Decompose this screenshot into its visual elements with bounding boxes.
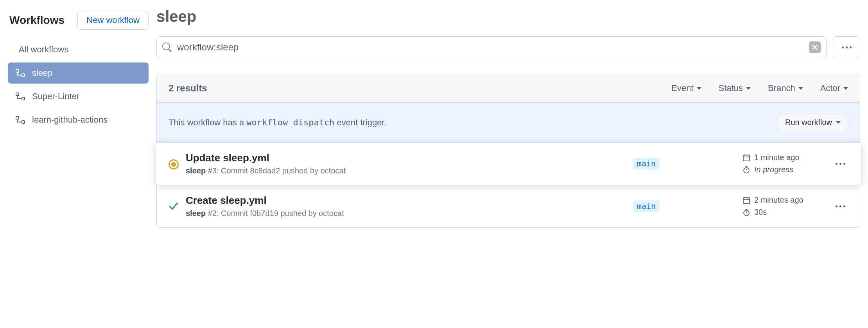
- run-info: Update sleep.yml sleep #3: Commit 8c8dad…: [186, 152, 633, 175]
- status-running-icon: [169, 159, 179, 169]
- clear-search-button[interactable]: [809, 41, 821, 53]
- page-title: sleep: [156, 8, 860, 25]
- sidebar-item-label: sleep: [32, 68, 53, 78]
- sidebar-title: Workflows: [9, 14, 65, 27]
- run-time: 1 minute ago: [742, 153, 832, 162]
- stopwatch-icon: [742, 166, 750, 174]
- svg-rect-4: [16, 116, 19, 119]
- run-branch: main: [633, 200, 742, 212]
- run-meta: 1 minute ago In progress: [742, 153, 832, 174]
- run-duration: In progress: [742, 165, 832, 174]
- chevron-down-icon: [746, 87, 751, 90]
- dispatch-banner: This workflow has a workflow_dispatch ev…: [157, 103, 860, 143]
- filter-branch[interactable]: Branch: [768, 83, 803, 93]
- sidebar-item-label: All workflows: [19, 45, 68, 55]
- run-status: [169, 200, 186, 213]
- filter-actor[interactable]: Actor: [820, 83, 848, 93]
- calendar-icon: [742, 196, 750, 204]
- close-icon: [812, 44, 818, 50]
- run-title[interactable]: Create sleep.yml: [186, 194, 633, 207]
- sidebar: Workflows New workflow All workflows sle…: [8, 8, 156, 320]
- svg-rect-3: [22, 97, 25, 100]
- run-subtitle: sleep #2: Commit f0b7d19 pushed by octoc…: [186, 209, 633, 218]
- workflow-icon: [16, 93, 25, 100]
- calendar-icon: [742, 154, 750, 162]
- branch-badge[interactable]: main: [633, 158, 660, 169]
- kebab-icon: [836, 205, 845, 207]
- svg-rect-1: [22, 74, 25, 77]
- workflow-menu-button[interactable]: [833, 36, 860, 58]
- chevron-down-icon: [798, 87, 803, 90]
- chevron-down-icon: [843, 87, 848, 90]
- chevron-down-icon: [836, 121, 841, 124]
- results-count: 2 results: [169, 83, 654, 94]
- svg-rect-2: [16, 93, 19, 96]
- svg-rect-6: [743, 155, 750, 161]
- run-duration: 30s: [742, 208, 832, 217]
- main-content: sleep 2 results Event Status Branch Acto…: [156, 8, 860, 320]
- run-workflow-button[interactable]: Run workflow: [778, 114, 848, 131]
- run-info: Create sleep.yml sleep #2: Commit f0b7d1…: [186, 194, 633, 218]
- filter-workflow-runs-input[interactable]: [177, 42, 809, 53]
- run-subtitle: sleep #3: Commit 8c8dad2 pushed by octoc…: [186, 166, 633, 175]
- svg-rect-5: [22, 121, 25, 123]
- svg-rect-8: [743, 198, 750, 203]
- new-workflow-button[interactable]: New workflow: [77, 11, 149, 30]
- search-row: [156, 36, 860, 58]
- search-wrapper: [156, 36, 827, 58]
- workflow-icon: [16, 116, 25, 124]
- run-menu-button[interactable]: [832, 163, 848, 165]
- results-header: 2 results Event Status Branch Actor: [157, 74, 860, 103]
- run-title[interactable]: Update sleep.yml: [186, 152, 633, 164]
- results-panel: 2 results Event Status Branch Actor This…: [156, 74, 860, 228]
- filter-status[interactable]: Status: [719, 83, 751, 93]
- stopwatch-icon: [742, 209, 750, 216]
- sidebar-header: Workflows New workflow: [8, 8, 149, 39]
- sidebar-item-sleep[interactable]: sleep: [8, 62, 149, 84]
- run-branch: main: [633, 158, 742, 169]
- chevron-down-icon: [697, 87, 701, 90]
- sidebar-item-label: learn-github-actions: [32, 115, 108, 125]
- sidebar-item-all-workflows[interactable]: All workflows: [8, 39, 149, 60]
- search-icon: [162, 43, 172, 52]
- kebab-icon: [836, 163, 845, 165]
- workflow-icon: [16, 69, 25, 77]
- filter-event[interactable]: Event: [671, 83, 701, 93]
- sidebar-item-learn-github-actions[interactable]: learn-github-actions: [8, 109, 149, 130]
- sidebar-item-super-linter[interactable]: Super-Linter: [8, 86, 149, 107]
- run-meta: 2 minutes ago 30s: [742, 196, 832, 217]
- run-status: [169, 158, 186, 169]
- kebab-icon: [842, 46, 852, 48]
- dispatch-text: This workflow has a workflow_dispatch ev…: [169, 118, 387, 128]
- run-row[interactable]: Create sleep.yml sleep #2: Commit f0b7d1…: [157, 185, 860, 227]
- status-success-icon: [169, 201, 179, 213]
- sidebar-item-label: Super-Linter: [32, 91, 79, 102]
- run-time: 2 minutes ago: [742, 196, 832, 205]
- branch-badge[interactable]: main: [633, 200, 660, 212]
- run-row[interactable]: Update sleep.yml sleep #3: Commit 8c8dad…: [156, 143, 861, 185]
- run-menu-button[interactable]: [832, 205, 848, 207]
- svg-rect-0: [16, 70, 19, 72]
